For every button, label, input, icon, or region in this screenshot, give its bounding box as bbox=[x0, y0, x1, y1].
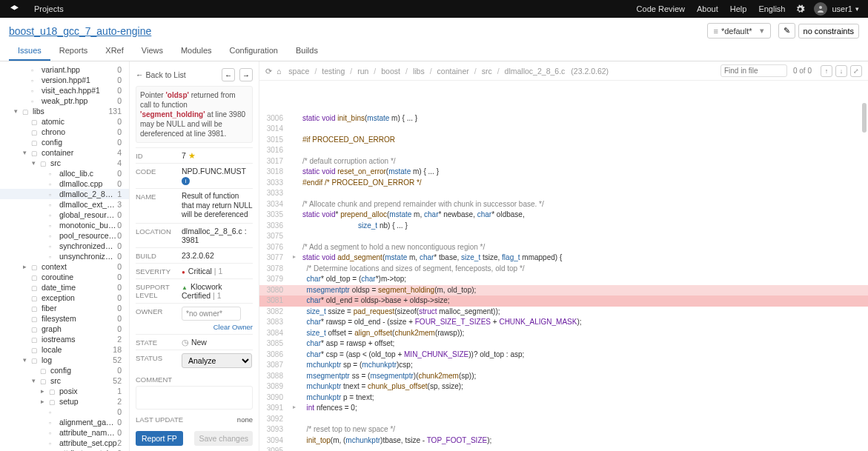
tree-folder[interactable]: ▾libs131 bbox=[0, 106, 129, 116]
tree-file[interactable]: attribute_set_impl.hpp0 bbox=[0, 448, 129, 451]
tree-file[interactable]: unsynchronized_pool…0 bbox=[0, 251, 129, 261]
nav-about[interactable]: About bbox=[697, 4, 718, 13]
next-issue-button[interactable]: → bbox=[239, 68, 253, 81]
tree-file[interactable]: 0 bbox=[0, 407, 129, 417]
tree-folder[interactable]: ▾log52 bbox=[0, 355, 129, 365]
tree-file[interactable]: attribute_name.cpp0 bbox=[0, 427, 129, 438]
tree-folder[interactable]: ▾src4 bbox=[0, 158, 129, 168]
code-line[interactable]: 3076/* Add a segment to hold a new nonco… bbox=[259, 242, 868, 253]
tree-file[interactable]: visit_each.hpp#10 bbox=[0, 85, 129, 96]
nav-code-review[interactable]: Code Review bbox=[637, 4, 685, 13]
tab-issues[interactable]: Issues bbox=[9, 41, 50, 61]
clear-owner-link[interactable]: Clear Owner bbox=[213, 323, 253, 331]
code-line[interactable]: 3033 bbox=[259, 188, 868, 199]
tree-file[interactable]: dlmalloc.cpp0 bbox=[0, 178, 129, 189]
code-line[interactable]: 3079 char* old_top = (char*)m->top; bbox=[259, 274, 868, 285]
expand-code-button[interactable]: ⤢ bbox=[850, 65, 862, 77]
nav-help[interactable]: Help bbox=[730, 4, 747, 13]
tree-folder[interactable]: chrono0 bbox=[0, 127, 129, 137]
back-to-list[interactable]: ← Back to List bbox=[136, 70, 186, 79]
tree-file[interactable]: alloc_lib.c0 bbox=[0, 168, 129, 178]
tree-file[interactable]: pool_resource.cpp0 bbox=[0, 230, 129, 241]
scrollbar-thumb[interactable] bbox=[862, 103, 867, 133]
tree-folder[interactable]: coroutine0 bbox=[0, 272, 129, 282]
code-line[interactable]: 3017/* default corruption action */ bbox=[259, 156, 868, 167]
project-title[interactable]: boost_u18_gcc_7_auto-engine bbox=[9, 25, 151, 37]
tab-modules[interactable]: Modules bbox=[172, 41, 221, 61]
tree-folder[interactable]: iostreams2 bbox=[0, 334, 129, 344]
code-line[interactable]: 3083 char* rawsp = old_end - (ssize + FO… bbox=[259, 317, 868, 328]
code-line[interactable]: 3014 bbox=[259, 124, 868, 135]
tree-file[interactable]: variant.hpp0 bbox=[0, 64, 129, 75]
tree-folder[interactable]: ▸context0 bbox=[0, 261, 129, 272]
tree-folder[interactable]: atomic0 bbox=[0, 116, 129, 127]
tree-file[interactable]: alignment_gap_betwe…0 bbox=[0, 417, 129, 427]
tree-folder[interactable]: ▾src52 bbox=[0, 375, 129, 386]
find-prev-button[interactable]: ↑ bbox=[821, 65, 832, 77]
code-body[interactable]: 3006static void init_bins(mstate m) { ..… bbox=[259, 81, 868, 451]
tab-configuration[interactable]: Configuration bbox=[221, 41, 287, 61]
tree-file[interactable]: dlmalloc_ext_2_8_6.c3 bbox=[0, 199, 129, 210]
code-line[interactable]: 3081 char* old_end = oldsp->base + oldsp… bbox=[259, 295, 868, 307]
tree-file[interactable]: dlmalloc_2_8_6.c1 bbox=[0, 189, 129, 199]
code-line[interactable]: 3018static void reset_on_error(mstate m)… bbox=[259, 167, 868, 178]
code-line[interactable]: 3084 size_t offset = align_offset(chunk2… bbox=[259, 328, 868, 339]
tree-file[interactable]: global_resource.cpp0 bbox=[0, 210, 129, 220]
comment-textarea[interactable] bbox=[136, 386, 253, 410]
tree-folder[interactable]: filesystem0 bbox=[0, 313, 129, 324]
breadcrumb[interactable]: spacetestingrunboostlibscontainersrcdlma… bbox=[285, 67, 568, 76]
tree-folder[interactable]: locale18 bbox=[0, 344, 129, 355]
code-line[interactable]: 3090 mchunkptr p = tnext; bbox=[259, 392, 868, 404]
tree-folder[interactable]: ▸setup2 bbox=[0, 396, 129, 407]
info-icon[interactable]: i bbox=[182, 177, 190, 185]
star-icon[interactable]: ★ bbox=[188, 151, 196, 160]
tab-views[interactable]: Views bbox=[133, 41, 172, 61]
tree-file[interactable]: monotonic_buffer_res…0 bbox=[0, 220, 129, 230]
code-line[interactable]: 3036 size_t nb) { ... } bbox=[259, 221, 868, 232]
refresh-icon[interactable]: ⟳ bbox=[265, 67, 272, 76]
tree-folder[interactable]: config0 bbox=[0, 137, 129, 147]
tree-file[interactable]: attribute_set.cpp2 bbox=[0, 438, 129, 448]
nav-projects[interactable]: Projects bbox=[34, 4, 64, 13]
nav-language[interactable]: English bbox=[758, 4, 785, 13]
tree-folder[interactable]: exception0 bbox=[0, 293, 129, 303]
code-line[interactable]: 3006static void init_bins(mstate m) { ..… bbox=[259, 113, 868, 124]
code-line[interactable]: 3035static void* prepend_alloc(mstate m,… bbox=[259, 210, 868, 221]
code-line[interactable]: 3033#endif /* PROCEED_ON_ERROR */ bbox=[259, 178, 868, 189]
user-menu-caret[interactable]: ▾ bbox=[855, 5, 859, 13]
prev-issue-button[interactable]: ← bbox=[222, 68, 235, 81]
code-line[interactable]: 3095 bbox=[259, 446, 868, 451]
save-changes-button[interactable]: Save changes bbox=[194, 431, 253, 446]
code-line[interactable]: 3092 bbox=[259, 414, 868, 425]
tree-folder[interactable]: ▸posix1 bbox=[0, 386, 129, 396]
home-icon[interactable]: ⌂ bbox=[276, 67, 281, 76]
status-select[interactable]: Analyze bbox=[182, 353, 252, 368]
tree-file[interactable]: synchronized_pool_re…0 bbox=[0, 241, 129, 251]
gear-icon[interactable] bbox=[795, 4, 805, 14]
app-logo[interactable] bbox=[9, 4, 19, 14]
tree-file[interactable]: weak_ptr.hpp0 bbox=[0, 96, 129, 106]
code-line[interactable]: 3077▸static void add_segment(mstate m, c… bbox=[259, 253, 868, 264]
code-line[interactable]: 3089 mchunkptr tnext = chunk_plus_offset… bbox=[259, 381, 868, 392]
code-line[interactable]: 3015#if PROCEED_ON_ERROR bbox=[259, 135, 868, 146]
tree-file[interactable]: version.hpp#10 bbox=[0, 75, 129, 85]
tree-folder[interactable]: graph0 bbox=[0, 324, 129, 334]
tree-folder[interactable]: fiber0 bbox=[0, 303, 129, 313]
file-tree[interactable]: variant.hpp0version.hpp#10visit_each.hpp… bbox=[0, 61, 130, 451]
report-fp-button[interactable]: Report FP bbox=[136, 431, 183, 446]
edit-view-button[interactable]: ✎ bbox=[778, 23, 795, 39]
code-line[interactable]: 3085 char* asp = rawsp + offset; bbox=[259, 338, 868, 350]
tab-reports[interactable]: Reports bbox=[50, 41, 97, 61]
code-line[interactable]: 3016 bbox=[259, 145, 868, 156]
find-in-file-input[interactable] bbox=[720, 64, 787, 77]
code-line[interactable]: 3082 size_t ssize = pad_request(sizeof(s… bbox=[259, 307, 868, 318]
tree-folder[interactable]: date_time0 bbox=[0, 282, 129, 293]
user-avatar[interactable] bbox=[814, 2, 827, 16]
owner-field[interactable]: *no owner* bbox=[182, 307, 241, 321]
no-constraints-button[interactable]: no constraints bbox=[798, 24, 859, 39]
code-line[interactable]: 3087 mchunkptr sp = (mchunkptr)csp; bbox=[259, 360, 868, 371]
code-line[interactable]: 3075 bbox=[259, 231, 868, 242]
code-line[interactable]: 3034/* Allocate chunk and prepend remain… bbox=[259, 199, 868, 210]
code-line[interactable]: 3078 /* Determine locations and sizes of… bbox=[259, 264, 868, 275]
code-line[interactable]: 3093 /* reset top to new space */ bbox=[259, 424, 868, 435]
